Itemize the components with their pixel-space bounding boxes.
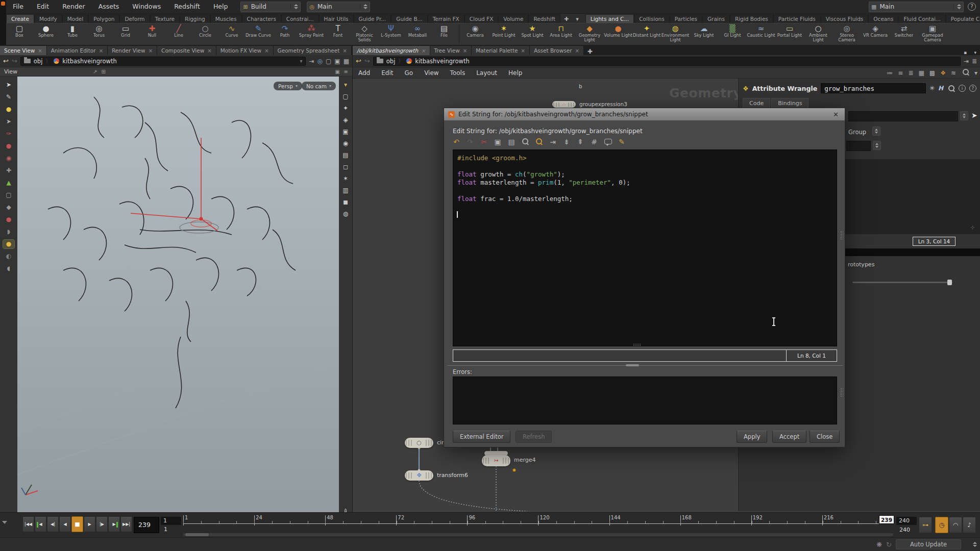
shelf-tab[interactable]: Fluid Contai... [898,14,945,23]
update-mode-spinner[interactable] [969,542,977,547]
forward-arrow-icon[interactable]: ↪ [12,57,17,65]
display-option-icon[interactable]: ▢ [340,92,351,101]
editor-tool-icon[interactable] [521,137,530,146]
viewport-3d[interactable]: Persp▾ No cam▾ [17,77,339,512]
playback-button[interactable]: ◀ [35,516,46,532]
external-editor-button[interactable]: External Editor [453,431,510,443]
list-icon[interactable]: ≡ [895,69,905,77]
shelf-tab[interactable]: Create [6,14,34,23]
display-option-icon[interactable]: ◉ [340,139,351,148]
active-tool-icon[interactable]: ● [3,240,14,248]
shelf-tool[interactable]: ○ Ambient Light [804,23,832,45]
camera-selector[interactable]: No cam▾ [302,82,336,90]
projection-selector[interactable]: Persp▾ [274,82,302,90]
box-tool-icon[interactable]: ▢ [3,191,14,199]
houdini-help-icon[interactable]: H [938,85,943,92]
playback-button[interactable]: |◀◀ [22,516,34,532]
display-option-icon[interactable]: ✦ [340,104,351,113]
timeline-collapse-icon[interactable] [2,521,7,524]
list-icon[interactable]: ≣ [972,58,977,65]
apply-button[interactable]: Apply [737,431,767,443]
pane-split-icon[interactable]: ▪ [960,50,970,55]
display-option-icon[interactable]: ◍ [340,210,351,218]
network-menu-item[interactable]: Tools [445,66,471,80]
material-tool-icon[interactable]: ◖ [3,264,14,273]
playback-button[interactable]: ▶ [108,516,120,532]
close-tab-icon[interactable]: × [521,48,525,54]
path-root[interactable]: obj [386,58,396,65]
shelf-tool[interactable]: ╱ Line [165,23,192,45]
shelf-tool[interactable]: ☁ Sky Light [690,23,718,45]
prototypes-slider[interactable] [852,282,952,283]
paint-tool-icon[interactable]: ● [3,105,14,114]
clump-tool-icon[interactable]: ◆ [3,203,14,212]
display-option-icon[interactable]: ◈ [340,116,351,124]
pane-tab[interactable]: Scene View× [0,46,47,55]
shelf-tool[interactable]: ● Volume Light [604,23,632,45]
shelf-tool[interactable]: ◈ VR Camera [861,23,890,45]
sculpt-tool-icon[interactable]: ● [3,142,14,151]
wrench-icon[interactable]: ≔ [884,69,895,77]
playback-range-bar[interactable] [183,533,893,536]
shelf-add-tab-button[interactable]: ✚ [560,15,572,23]
palette-icon[interactable]: ❖ [938,69,948,77]
runover-spinner[interactable] [873,141,881,150]
shelf-tool[interactable]: ◇ Platonic Solids [351,23,378,45]
path-node[interactable]: kitbashveingrowth [415,58,469,65]
group-dropdown-button[interactable] [960,111,968,120]
shelf-tab[interactable]: Terrain FX [428,14,464,23]
display-option-icon[interactable]: ◼ [340,198,351,207]
display-option-icon[interactable]: ◻ [340,163,351,171]
back-arrow-icon[interactable]: ↩ [356,57,361,65]
snap-cube-icon[interactable]: ▢ [326,58,331,65]
shelf-tab[interactable]: Lights and C... [585,14,634,23]
pane-options-icon[interactable]: ≡ [344,69,348,74]
editor-tool-icon[interactable]: ↶ [452,137,461,146]
shelf-tool[interactable]: ⊓ Area Light [547,23,575,45]
pane-tab[interactable]: Geometry Spreadsheet× [274,46,352,55]
shelf-tool[interactable]: ▮ Tube [59,23,86,45]
playhead[interactable]: 239 [879,515,894,524]
radial-menu-icon[interactable]: ◎ [317,58,322,65]
playback-button[interactable]: ◀ [59,516,71,532]
shelf-tool[interactable]: ▤ File [431,23,457,45]
menu-item[interactable]: Edit [30,0,56,13]
layout-icon[interactable]: ⊞ [102,69,106,74]
shelf-tool[interactable]: ● Sphere [33,23,59,45]
back-arrow-icon[interactable]: ↩ [3,57,9,65]
maximize-pane-icon[interactable]: ↗ [93,69,97,74]
display-option-icon[interactable]: ▥ [340,186,351,195]
close-tab-icon[interactable]: × [207,48,211,54]
shelf-tool[interactable]: ∞ Metaball [404,23,431,45]
code-editor[interactable]: #include <groom.h> float growth = ch("gr… [453,149,837,346]
network-menu-item[interactable]: Help [503,66,528,80]
pane-tab[interactable]: Tree View× [430,46,472,55]
close-tab-icon[interactable]: × [149,48,153,54]
dopesheet-button[interactable]: ◠ [949,517,962,533]
display-option-icon[interactable]: ✶ [340,174,351,183]
shelf-tool[interactable]: ▣ Gamepad Camera [918,23,947,45]
help-icon[interactable]: ? [969,85,976,92]
rows-icon[interactable]: ≣ [905,69,916,77]
shelf-tab[interactable]: Particle Fluids [773,14,821,23]
shelf-tool[interactable]: T Font [325,23,351,45]
search-icon[interactable] [947,84,955,92]
shelf-tool[interactable]: ✦ Distant Light [632,23,661,45]
menu-item[interactable]: Help [207,0,235,13]
shelf-tool[interactable]: ⁂ Spray Paint [298,23,325,45]
close-tab-icon[interactable]: × [99,48,103,54]
close-tab-icon[interactable]: × [421,48,425,54]
shelf-tab[interactable]: Particles [670,14,702,23]
playback-button[interactable]: |▶ [96,516,108,532]
shelf-tab[interactable]: Hair Utils [319,14,354,23]
accept-button[interactable]: Accept [772,431,806,443]
network-menu-item[interactable]: View [419,66,444,80]
display-option-icon[interactable]: ▤ [340,151,351,160]
network-menu-item[interactable]: Edit [376,66,399,80]
display-option-icon[interactable]: ▣ [340,128,351,136]
shelf-tool[interactable]: ⇄ Switcher [890,23,918,45]
shelf-tab[interactable]: Grains [702,14,730,23]
brush-tool-icon[interactable]: ✑ [3,130,14,138]
close-tab-icon[interactable]: × [264,48,268,54]
editor-tool-icon[interactable]: # [590,137,599,146]
